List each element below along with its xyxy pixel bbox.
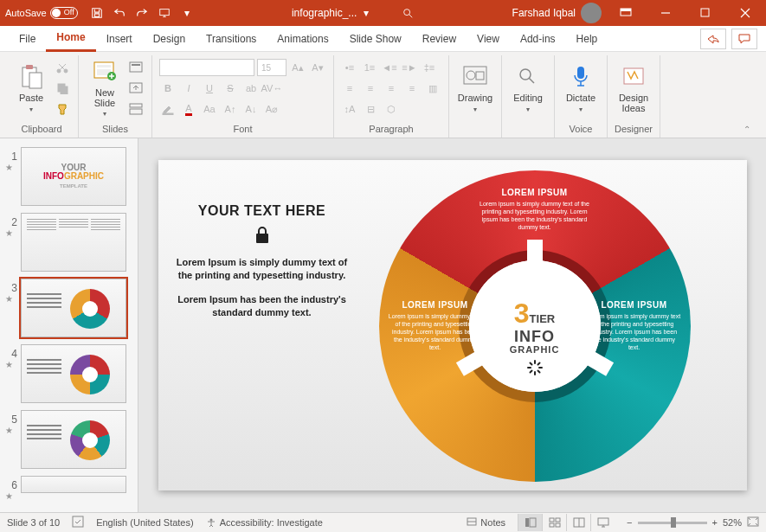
text-direction-icon[interactable]: ↕A [341,100,358,118]
segment-num-1: 01 [529,259,538,268]
tab-animations[interactable]: Animations [267,26,338,52]
underline-icon[interactable]: U [201,80,218,97]
user-account[interactable]: Farshad Iqbal [512,3,602,23]
language-status[interactable]: English (United States) [96,517,194,528]
align-right-icon[interactable]: ≡ [383,80,400,97]
align-text-icon[interactable]: ⊟ [362,100,379,118]
tab-file[interactable]: File [9,26,46,52]
tab-slide-show[interactable]: Slide Show [339,26,412,52]
zoom-in-icon[interactable]: + [712,517,718,528]
spell-check-icon[interactable] [72,516,84,529]
qat-dropdown-icon[interactable]: ▾ [180,6,194,20]
thumbnail-6[interactable]: 6★ [0,472,138,504]
tab-home[interactable]: Home [46,26,95,52]
change-case-icon[interactable]: Aa [201,100,218,118]
fit-window-icon[interactable] [747,516,759,529]
reset-icon[interactable] [127,80,145,97]
slideshow-view-icon[interactable] [590,514,615,531]
thumbnail-3[interactable]: 3★ [0,275,138,341]
tab-insert[interactable]: Insert [96,26,143,52]
tab-transitions[interactable]: Transitions [196,26,267,52]
design-ideas-button[interactable]: Design Ideas [615,59,653,118]
shrink-font-icon[interactable]: A↓ [242,100,260,118]
thumbnail-1[interactable]: 1★ YOURINFOGRAPHICTEMPLATE [0,144,138,209]
svg-rect-32 [525,518,529,527]
autosave-toggle[interactable]: AutoSave Off [5,7,78,19]
svg-rect-27 [624,68,643,84]
section-icon[interactable] [127,100,145,118]
strikethrough-icon[interactable]: S [222,80,239,97]
columns-icon[interactable]: ▥ [424,80,441,97]
slideshow-start-icon[interactable] [158,6,171,20]
tab-design[interactable]: Design [143,26,196,52]
close-button[interactable] [730,0,761,26]
font-color-icon[interactable]: A [180,100,197,118]
search-icon[interactable] [402,7,414,19]
normal-view-icon[interactable] [518,514,542,531]
comments-button[interactable] [731,29,757,49]
reading-view-icon[interactable] [566,514,590,531]
drawing-button[interactable]: Drawing ▾ [456,59,494,118]
undo-icon[interactable] [113,6,126,20]
title-dropdown-icon[interactable]: ▾ [364,7,369,19]
ribbon-display-icon[interactable] [610,0,641,26]
decrease-font-icon[interactable]: A▾ [309,59,326,76]
shadow-icon[interactable]: ab [242,80,260,97]
tab-help[interactable]: Help [566,26,608,52]
align-center-icon[interactable]: ≡ [362,80,379,97]
autosave-switch[interactable]: Off [50,7,78,19]
editing-button[interactable]: Editing ▾ [509,59,547,118]
tab-review[interactable]: Review [412,26,467,52]
thumbnail-4[interactable]: 4★ [0,341,138,407]
align-left-icon[interactable]: ≡ [341,80,358,97]
smartart-icon[interactable]: ⬡ [383,100,400,118]
clear-formatting-icon[interactable]: A⌀ [263,100,280,118]
share-button[interactable] [700,29,726,49]
bold-icon[interactable]: B [159,80,177,97]
minimize-button[interactable] [650,0,681,26]
character-spacing-icon[interactable]: AV↔ [263,80,280,97]
indent-increase-icon[interactable]: ≡► [401,59,418,76]
thumbnail-5[interactable]: 5★ [0,407,138,472]
slide-counter[interactable]: Slide 3 of 10 [7,517,60,528]
tab-add-ins[interactable]: Add-ins [510,26,566,52]
line-spacing-icon[interactable]: ‡≡ [421,59,438,76]
cut-icon[interactable] [54,59,71,76]
layout-icon[interactable] [127,59,145,76]
numbering-icon[interactable]: 1≡ [361,59,378,76]
grow-font-icon[interactable]: A↑ [222,100,239,118]
format-painter-icon[interactable] [54,100,71,118]
thumbnail-panel[interactable]: 1★ YOURINFOGRAPHICTEMPLATE 2★ 3★ 4★ 5★ 6… [0,138,138,512]
save-icon[interactable] [90,6,104,20]
accessibility-status[interactable]: Accessibility: Investigate [206,517,323,528]
justify-icon[interactable]: ≡ [403,80,421,97]
notes-button[interactable]: Notes [467,517,505,528]
slide-editor[interactable]: YOUR TEXT HERE Lorem Ipsum is simply dum… [138,138,766,512]
new-slide-button[interactable]: New Slide ▾ [86,59,124,118]
group-editing: Editing ▾ [502,55,555,138]
italic-icon[interactable]: I [180,80,197,97]
maximize-button[interactable] [690,0,721,26]
zoom-level[interactable]: 52% [723,517,742,528]
svg-rect-6 [26,65,33,69]
indent-decrease-icon[interactable]: ◄≡ [381,59,398,76]
svg-point-8 [57,69,61,73]
tab-view[interactable]: View [467,26,510,52]
font-name-combo[interactable] [159,59,254,76]
slide-canvas[interactable]: YOUR TEXT HERE Lorem Ipsum is simply dum… [158,160,747,490]
highlight-icon[interactable] [159,100,177,118]
redo-icon[interactable] [135,6,149,20]
zoom-slider[interactable] [638,522,707,524]
thumbnail-2[interactable]: 2★ [0,209,138,275]
group-label: Clipboard [12,122,71,138]
sorter-view-icon[interactable] [542,514,566,531]
collapse-ribbon-icon[interactable]: ⌃ [743,125,750,134]
zoom-out-icon[interactable]: − [627,517,632,528]
bullets-icon[interactable]: •≡ [341,59,358,76]
group-font: 15 A▴ A▾ B I U S ab AV↔ A Aa A↑ A [152,55,334,138]
dictate-button[interactable]: Dictate ▾ [562,59,600,118]
paste-button[interactable]: Paste ▾ [12,59,50,118]
increase-font-icon[interactable]: A▴ [289,59,306,76]
copy-icon[interactable] [54,80,71,97]
font-size-combo[interactable]: 15 [257,59,286,76]
